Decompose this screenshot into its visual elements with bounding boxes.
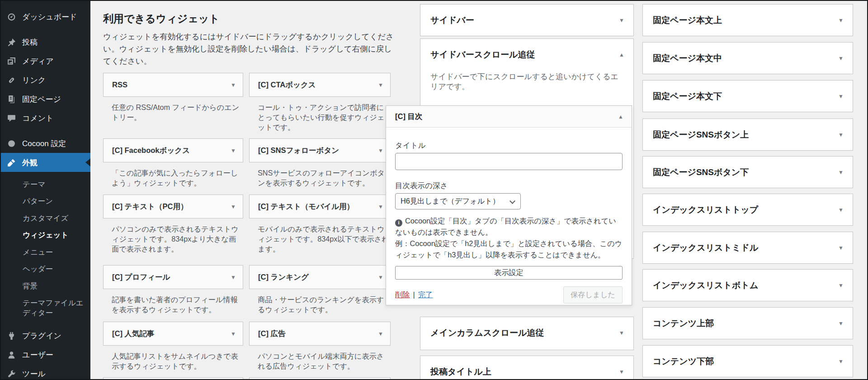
widget-title-bar[interactable]: [C] プロフィール▼ [103, 265, 243, 289]
widget-area-header[interactable]: 固定ページSNSボタン下▼ [643, 157, 853, 188]
widget-title-bar[interactable]: [C] 広告▼ [249, 322, 391, 346]
widget-name: [C] テキスト（PC用） [112, 202, 188, 212]
widget-area-header[interactable]: 投稿タイトル上▼ [420, 356, 633, 380]
expand-down-icon[interactable]: ▼ [231, 204, 236, 209]
widget-title-bar[interactable]: [C] CTAボックス▼ [249, 73, 391, 97]
widget-area-header[interactable]: 固定ページ本文下▼ [643, 81, 853, 112]
sidebar-item-wrench[interactable]: ツール [0, 365, 90, 380]
widget-area-box[interactable]: メインカラムスクロール追従▼ [420, 317, 634, 350]
sidebar-item-plug[interactable]: プラグイン [0, 327, 90, 346]
sidebar-item-dashboard[interactable]: ダッシュボード [0, 7, 90, 26]
sidebar-item-link[interactable]: リンク [0, 71, 90, 90]
expand-down-icon[interactable]: ▼ [619, 330, 624, 336]
toc-info-text: iCocoon設定「目次」タブの「目次表示の深さ」で表示されていないものは表示で… [395, 215, 623, 261]
expand-down-icon[interactable]: ▼ [838, 321, 844, 326]
widget-area-box[interactable]: インデックスリストトップ▼ [642, 194, 853, 226]
sidebar-item-circle[interactable]: Cocoon 設定 [0, 134, 90, 153]
expand-down-icon[interactable]: ▼ [838, 283, 844, 288]
expand-down-icon[interactable]: ▼ [619, 18, 624, 23]
widget-title-bar[interactable]: [C] Facebookボックス▼ [103, 138, 243, 162]
expand-down-icon[interactable]: ▼ [838, 18, 844, 23]
sidebar-item-pages[interactable]: 固定ページ [0, 90, 90, 109]
expand-down-icon[interactable]: ▼ [838, 245, 844, 251]
toc-widget-form: タイトル 目次表示の深さ H6見出しまで（デフォルト） iCocoon設定「目次… [386, 128, 632, 304]
expand-down-icon[interactable]: ▼ [231, 82, 236, 88]
expand-down-icon[interactable]: ▼ [231, 148, 236, 153]
toc-title-input[interactable] [395, 153, 623, 170]
widget-area-box[interactable]: インデックスリストボトム▼ [642, 269, 853, 301]
expand-down-icon[interactable]: ▼ [619, 369, 624, 375]
expand-down-icon[interactable]: ▼ [231, 331, 236, 337]
widget-area-header[interactable]: インデックスリストボトム▼ [643, 270, 853, 301]
widget-name: [C] 広告 [258, 329, 286, 339]
widget-area-box[interactable]: 固定ページSNSボタン下▼ [642, 156, 853, 188]
saved-button[interactable]: 保存しました [563, 286, 623, 304]
display-settings-button[interactable]: 表示設定 [395, 266, 623, 280]
expand-down-icon[interactable]: ▼ [838, 359, 844, 364]
collapse-up-icon[interactable]: ▲ [618, 114, 623, 119]
expand-down-icon[interactable]: ▼ [378, 275, 383, 280]
widget-area-box[interactable]: 投稿タイトル上▼ [420, 356, 634, 380]
expand-down-icon[interactable]: ▼ [378, 331, 383, 337]
submenu-item[interactable]: ウィジェット [0, 227, 89, 243]
widget-bar-partial[interactable] [249, 377, 391, 380]
widget-area-box[interactable]: 固定ページ本文上▼ [642, 4, 853, 36]
submenu-item[interactable]: ヘッダー [0, 261, 89, 277]
collapse-up-icon[interactable]: ▲ [619, 52, 624, 57]
available-widget: [C] SNSフォローボタン▼SNSサービスのフォローアイコンボタンを表示するウ… [249, 138, 391, 188]
toc-widget-header[interactable]: [C] 目次 ▲ [386, 106, 632, 128]
widget-bar-partial[interactable] [103, 377, 243, 380]
comment-icon [6, 113, 17, 124]
sidebar-item-brush[interactable]: 外観 [0, 153, 90, 172]
expand-down-icon[interactable]: ▼ [838, 56, 844, 61]
submenu-item[interactable]: テーマ [0, 176, 89, 193]
widget-area-header[interactable]: 固定ページSNSボタン上▼ [643, 119, 853, 150]
widget-name: [C] ランキング [258, 272, 309, 282]
expand-down-icon[interactable]: ▼ [838, 132, 844, 138]
expand-down-icon[interactable]: ▼ [838, 207, 844, 213]
toc-depth-select[interactable]: H6見出しまで（デフォルト） [395, 193, 521, 209]
expand-down-icon[interactable]: ▼ [378, 204, 383, 209]
sidebar-item-label: 外観 [22, 157, 38, 168]
widget-area-box[interactable]: 固定ページSNSボタン上▼ [642, 119, 853, 151]
widget-area-box[interactable]: 固定ページ本文中▼ [642, 42, 853, 74]
submenu-item[interactable]: カスタマイズ [0, 210, 89, 227]
done-link[interactable]: 完了 [418, 290, 433, 299]
expand-down-icon[interactable]: ▼ [838, 170, 844, 175]
widget-title-bar[interactable]: [C] テキスト（PC用）▼ [103, 195, 243, 218]
widget-area-title: 固定ページSNSボタン上 [653, 129, 749, 141]
widget-area-box[interactable]: コンテンツ下部▼ [642, 345, 853, 377]
widget-title-bar[interactable]: [C] 人気記事▼ [103, 322, 243, 346]
widget-area-header[interactable]: 固定ページ本文中▼ [643, 43, 853, 74]
sidebar-item-media[interactable]: メディア [0, 52, 90, 71]
sidebar-item-pin[interactable]: 投稿 [0, 33, 90, 52]
widget-title-bar[interactable]: RSS▼ [103, 73, 243, 97]
sidebar-item-comment[interactable]: コメント [0, 109, 90, 128]
delete-link[interactable]: 削除 [395, 290, 410, 299]
widget-title-bar[interactable]: [C] ランキング▼ [249, 265, 391, 289]
widget-area-box[interactable]: サイドバー▼ [420, 4, 634, 36]
expand-down-icon[interactable]: ▼ [838, 94, 844, 99]
widget-title-bar[interactable]: [C] SNSフォローボタン▼ [249, 138, 391, 162]
widget-area-header[interactable]: コンテンツ上部▼ [643, 308, 853, 339]
expand-down-icon[interactable]: ▼ [231, 275, 236, 280]
widget-area-box[interactable]: 固定ページ本文下▼ [642, 80, 853, 112]
widget-area-header[interactable]: サイドバー▼ [420, 5, 633, 36]
expand-down-icon[interactable]: ▼ [378, 148, 383, 153]
widget-area-header[interactable]: メインカラムスクロール追従▼ [420, 317, 633, 348]
widget-area-header[interactable]: 固定ページ本文上▼ [643, 5, 853, 36]
widget-area-header[interactable]: サイドバースクロール追従▲ [420, 39, 633, 70]
widget-area-header[interactable]: インデックスリストミドル▼ [643, 232, 853, 263]
widget-area-header[interactable]: コンテンツ下部▼ [643, 346, 853, 377]
submenu-item[interactable]: 背景 [0, 278, 89, 294]
widget-area-box[interactable]: コンテンツ上部▼ [642, 307, 853, 339]
current-item-arrow [85, 158, 90, 166]
widget-title-bar[interactable]: [C] テキスト（モバイル用）▼ [249, 195, 391, 218]
submenu-item[interactable]: メニュー [0, 244, 89, 261]
widget-area-header[interactable]: インデックスリストトップ▼ [643, 194, 853, 225]
expand-down-icon[interactable]: ▼ [378, 82, 383, 88]
submenu-item[interactable]: パターン [0, 193, 89, 209]
widget-area-box[interactable]: インデックスリストミドル▼ [642, 232, 853, 264]
submenu-item[interactable]: テーマファイルエディター [0, 294, 89, 321]
sidebar-item-user[interactable]: ユーザー [0, 346, 90, 365]
